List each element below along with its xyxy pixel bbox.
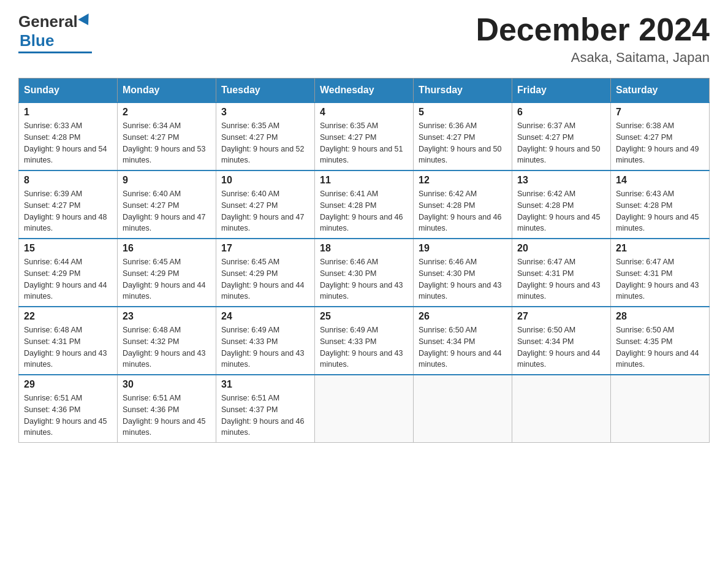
day-info: Sunrise: 6:48 AM Sunset: 4:31 PM Dayligh… xyxy=(24,324,112,370)
week-row-5: 29 Sunrise: 6:51 AM Sunset: 4:36 PM Dayl… xyxy=(19,375,710,443)
calendar-cell: 29 Sunrise: 6:51 AM Sunset: 4:36 PM Dayl… xyxy=(19,375,118,443)
day-info: Sunrise: 6:47 AM Sunset: 4:31 PM Dayligh… xyxy=(517,256,605,302)
day-number: 18 xyxy=(320,243,408,254)
day-number: 1 xyxy=(24,107,112,118)
day-number: 27 xyxy=(517,311,605,322)
calendar-table: SundayMondayTuesdayWednesdayThursdayFrid… xyxy=(18,78,710,443)
header-friday: Friday xyxy=(512,79,611,103)
day-info: Sunrise: 6:51 AM Sunset: 4:36 PM Dayligh… xyxy=(24,393,112,439)
day-number: 23 xyxy=(123,311,211,322)
header-saturday: Saturday xyxy=(611,79,710,103)
calendar-cell: 7 Sunrise: 6:38 AM Sunset: 4:27 PM Dayli… xyxy=(611,102,710,170)
calendar-cell: 9 Sunrise: 6:40 AM Sunset: 4:27 PM Dayli… xyxy=(118,170,216,239)
day-number: 31 xyxy=(221,379,309,390)
calendar-cell: 25 Sunrise: 6:49 AM Sunset: 4:33 PM Dayl… xyxy=(315,307,414,375)
day-info: Sunrise: 6:44 AM Sunset: 4:29 PM Dayligh… xyxy=(24,256,112,302)
page-header: General Blue December 2024 Asaka, Saitam… xyxy=(18,12,710,66)
day-number: 10 xyxy=(221,175,309,186)
week-row-4: 22 Sunrise: 6:48 AM Sunset: 4:31 PM Dayl… xyxy=(19,307,710,375)
day-info: Sunrise: 6:37 AM Sunset: 4:27 PM Dayligh… xyxy=(517,120,605,166)
calendar-cell: 19 Sunrise: 6:46 AM Sunset: 4:30 PM Dayl… xyxy=(414,239,512,307)
day-info: Sunrise: 6:46 AM Sunset: 4:30 PM Dayligh… xyxy=(419,256,507,302)
day-number: 12 xyxy=(419,175,507,186)
logo-underline xyxy=(18,52,92,53)
day-info: Sunrise: 6:42 AM Sunset: 4:28 PM Dayligh… xyxy=(419,188,507,234)
day-info: Sunrise: 6:35 AM Sunset: 4:27 PM Dayligh… xyxy=(221,120,309,166)
day-info: Sunrise: 6:33 AM Sunset: 4:28 PM Dayligh… xyxy=(24,120,112,166)
day-number: 13 xyxy=(517,175,605,186)
day-number: 4 xyxy=(320,107,408,118)
day-info: Sunrise: 6:34 AM Sunset: 4:27 PM Dayligh… xyxy=(123,120,211,166)
calendar-cell xyxy=(611,375,710,443)
day-info: Sunrise: 6:45 AM Sunset: 4:29 PM Dayligh… xyxy=(221,256,309,302)
calendar-cell: 5 Sunrise: 6:36 AM Sunset: 4:27 PM Dayli… xyxy=(414,102,512,170)
day-info: Sunrise: 6:42 AM Sunset: 4:28 PM Dayligh… xyxy=(517,188,605,234)
day-info: Sunrise: 6:35 AM Sunset: 4:27 PM Dayligh… xyxy=(320,120,408,166)
location-text: Asaka, Saitama, Japan xyxy=(476,50,710,66)
day-info: Sunrise: 6:39 AM Sunset: 4:27 PM Dayligh… xyxy=(24,188,112,234)
logo-triangle-icon xyxy=(78,13,93,28)
day-info: Sunrise: 6:47 AM Sunset: 4:31 PM Dayligh… xyxy=(616,256,704,302)
calendar-cell: 17 Sunrise: 6:45 AM Sunset: 4:29 PM Dayl… xyxy=(216,239,315,307)
day-number: 6 xyxy=(517,107,605,118)
day-info: Sunrise: 6:50 AM Sunset: 4:34 PM Dayligh… xyxy=(517,324,605,370)
day-number: 7 xyxy=(616,107,704,118)
logo: General Blue xyxy=(18,12,92,53)
calendar-cell: 31 Sunrise: 6:51 AM Sunset: 4:37 PM Dayl… xyxy=(216,375,315,443)
day-number: 19 xyxy=(419,243,507,254)
day-number: 11 xyxy=(320,175,408,186)
day-info: Sunrise: 6:48 AM Sunset: 4:32 PM Dayligh… xyxy=(123,324,211,370)
day-info: Sunrise: 6:40 AM Sunset: 4:27 PM Dayligh… xyxy=(123,188,211,234)
day-number: 5 xyxy=(419,107,507,118)
month-title: December 2024 xyxy=(476,12,710,47)
day-number: 9 xyxy=(123,175,211,186)
calendar-cell: 18 Sunrise: 6:46 AM Sunset: 4:30 PM Dayl… xyxy=(315,239,414,307)
day-number: 15 xyxy=(24,243,112,254)
calendar-cell: 27 Sunrise: 6:50 AM Sunset: 4:34 PM Dayl… xyxy=(512,307,611,375)
header-thursday: Thursday xyxy=(414,79,512,103)
day-info: Sunrise: 6:50 AM Sunset: 4:35 PM Dayligh… xyxy=(616,324,704,370)
day-number: 21 xyxy=(616,243,704,254)
day-info: Sunrise: 6:49 AM Sunset: 4:33 PM Dayligh… xyxy=(221,324,309,370)
calendar-cell xyxy=(315,375,414,443)
week-row-3: 15 Sunrise: 6:44 AM Sunset: 4:29 PM Dayl… xyxy=(19,239,710,307)
calendar-cell: 1 Sunrise: 6:33 AM Sunset: 4:28 PM Dayli… xyxy=(19,102,118,170)
calendar-cell: 15 Sunrise: 6:44 AM Sunset: 4:29 PM Dayl… xyxy=(19,239,118,307)
day-info: Sunrise: 6:51 AM Sunset: 4:37 PM Dayligh… xyxy=(221,393,309,439)
calendar-cell: 13 Sunrise: 6:42 AM Sunset: 4:28 PM Dayl… xyxy=(512,170,611,239)
day-info: Sunrise: 6:41 AM Sunset: 4:28 PM Dayligh… xyxy=(320,188,408,234)
calendar-cell: 14 Sunrise: 6:43 AM Sunset: 4:28 PM Dayl… xyxy=(611,170,710,239)
header-sunday: Sunday xyxy=(19,79,118,103)
header-row: SundayMondayTuesdayWednesdayThursdayFrid… xyxy=(19,79,710,103)
calendar-cell: 30 Sunrise: 6:51 AM Sunset: 4:36 PM Dayl… xyxy=(118,375,216,443)
calendar-cell: 21 Sunrise: 6:47 AM Sunset: 4:31 PM Dayl… xyxy=(611,239,710,307)
day-number: 24 xyxy=(221,311,309,322)
day-number: 20 xyxy=(517,243,605,254)
title-area: December 2024 Asaka, Saitama, Japan xyxy=(476,12,710,66)
logo-blue-text: Blue xyxy=(20,31,54,50)
calendar-cell: 10 Sunrise: 6:40 AM Sunset: 4:27 PM Dayl… xyxy=(216,170,315,239)
day-info: Sunrise: 6:46 AM Sunset: 4:30 PM Dayligh… xyxy=(320,256,408,302)
calendar-cell: 16 Sunrise: 6:45 AM Sunset: 4:29 PM Dayl… xyxy=(118,239,216,307)
calendar-cell: 6 Sunrise: 6:37 AM Sunset: 4:27 PM Dayli… xyxy=(512,102,611,170)
day-number: 16 xyxy=(123,243,211,254)
calendar-cell: 2 Sunrise: 6:34 AM Sunset: 4:27 PM Dayli… xyxy=(118,102,216,170)
day-number: 29 xyxy=(24,379,112,390)
calendar-cell: 20 Sunrise: 6:47 AM Sunset: 4:31 PM Dayl… xyxy=(512,239,611,307)
calendar-cell: 4 Sunrise: 6:35 AM Sunset: 4:27 PM Dayli… xyxy=(315,102,414,170)
header-tuesday: Tuesday xyxy=(216,79,315,103)
header-wednesday: Wednesday xyxy=(315,79,414,103)
calendar-cell: 22 Sunrise: 6:48 AM Sunset: 4:31 PM Dayl… xyxy=(19,307,118,375)
calendar-cell xyxy=(512,375,611,443)
calendar-cell: 24 Sunrise: 6:49 AM Sunset: 4:33 PM Dayl… xyxy=(216,307,315,375)
day-info: Sunrise: 6:51 AM Sunset: 4:36 PM Dayligh… xyxy=(123,393,211,439)
calendar-cell xyxy=(414,375,512,443)
day-number: 25 xyxy=(320,311,408,322)
logo-general-text: General xyxy=(18,12,78,31)
calendar-cell: 12 Sunrise: 6:42 AM Sunset: 4:28 PM Dayl… xyxy=(414,170,512,239)
day-info: Sunrise: 6:50 AM Sunset: 4:34 PM Dayligh… xyxy=(419,324,507,370)
day-number: 3 xyxy=(221,107,309,118)
day-info: Sunrise: 6:49 AM Sunset: 4:33 PM Dayligh… xyxy=(320,324,408,370)
day-number: 22 xyxy=(24,311,112,322)
calendar-cell: 28 Sunrise: 6:50 AM Sunset: 4:35 PM Dayl… xyxy=(611,307,710,375)
